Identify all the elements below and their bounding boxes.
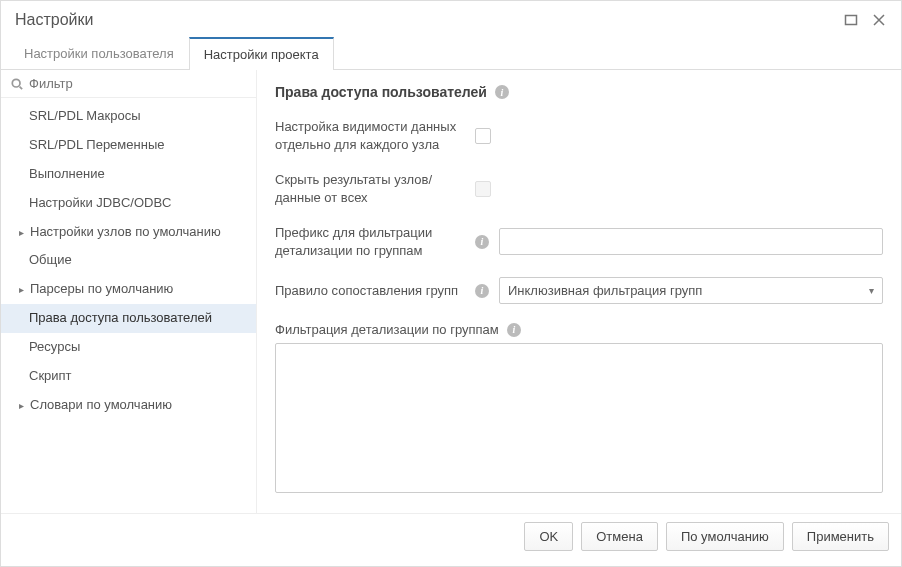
panel-heading: Права доступа пользователей i bbox=[275, 84, 883, 100]
chevron-down-icon: ▾ bbox=[869, 285, 874, 296]
ok-button[interactable]: OK bbox=[524, 522, 573, 551]
svg-rect-0 bbox=[846, 16, 857, 25]
tabs: Настройки пользователя Настройки проекта bbox=[1, 37, 901, 70]
sidebar-item[interactable]: SRL/PDL Макросы bbox=[1, 102, 256, 131]
group-filter-label-text: Фильтрация детализации по группам bbox=[275, 322, 499, 337]
sidebar-item[interactable]: Настройки узлов по умолчанию bbox=[1, 218, 256, 247]
sidebar-item[interactable]: Общие bbox=[1, 246, 256, 275]
rule-select-value: Инклюзивная фильтрация групп bbox=[508, 283, 702, 298]
info-icon[interactable]: i bbox=[495, 85, 509, 99]
window-title: Настройки bbox=[15, 11, 93, 29]
tab-project-settings[interactable]: Настройки проекта bbox=[189, 37, 334, 70]
prefix-input[interactable] bbox=[499, 228, 883, 255]
visibility-checkbox[interactable] bbox=[475, 128, 491, 144]
hide-checkbox bbox=[475, 181, 491, 197]
sidebar-item[interactable]: Словари по умолчанию bbox=[1, 391, 256, 420]
group-filter-textarea[interactable] bbox=[275, 343, 883, 493]
rule-select[interactable]: Инклюзивная фильтрация групп ▾ bbox=[499, 277, 883, 304]
info-icon[interactable]: i bbox=[475, 284, 489, 298]
rule-label: Правило сопоставления групп bbox=[275, 282, 465, 300]
sidebar-tree: SRL/PDL МакросыSRL/PDL ПеременныеВыполне… bbox=[1, 98, 256, 424]
default-button[interactable]: По умолчанию bbox=[666, 522, 784, 551]
filter-box[interactable] bbox=[1, 70, 256, 98]
sidebar-item[interactable]: Ресурсы bbox=[1, 333, 256, 362]
panel-heading-text: Права доступа пользователей bbox=[275, 84, 487, 100]
info-icon[interactable]: i bbox=[475, 235, 489, 249]
visibility-label: Настройка видимости данных отдельно для … bbox=[275, 118, 465, 153]
tab-user-settings[interactable]: Настройки пользователя bbox=[9, 37, 189, 70]
footer: OK Отмена По умолчанию Применить bbox=[1, 513, 901, 559]
titlebar: Настройки bbox=[1, 1, 901, 37]
sidebar-item[interactable]: Выполнение bbox=[1, 160, 256, 189]
svg-point-1 bbox=[12, 79, 20, 87]
info-icon[interactable]: i bbox=[507, 323, 521, 337]
apply-button[interactable]: Применить bbox=[792, 522, 889, 551]
search-icon bbox=[11, 78, 23, 90]
sidebar-item[interactable]: Права доступа пользователей bbox=[1, 304, 256, 333]
sidebar: SRL/PDL МакросыSRL/PDL ПеременныеВыполне… bbox=[1, 70, 257, 513]
sidebar-item[interactable]: Парсеры по умолчанию bbox=[1, 275, 256, 304]
group-filter-label: Фильтрация детализации по группам i bbox=[275, 322, 883, 337]
close-icon[interactable] bbox=[871, 12, 887, 28]
sidebar-item[interactable]: SRL/PDL Переменные bbox=[1, 131, 256, 160]
filter-input[interactable] bbox=[29, 76, 246, 91]
prefix-label: Префикс для фильтрации детализации по гр… bbox=[275, 224, 465, 259]
maximize-icon[interactable] bbox=[843, 12, 859, 28]
sidebar-item[interactable]: Настройки JDBC/ODBC bbox=[1, 189, 256, 218]
cancel-button[interactable]: Отмена bbox=[581, 522, 658, 551]
content-panel: Права доступа пользователей i Настройка … bbox=[257, 70, 901, 513]
sidebar-item[interactable]: Скрипт bbox=[1, 362, 256, 391]
hide-label: Скрыть результаты узлов/данные от всех bbox=[275, 171, 465, 206]
